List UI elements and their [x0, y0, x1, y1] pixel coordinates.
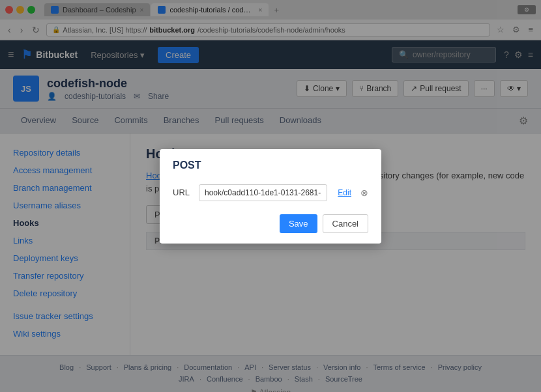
url-input-wrapper — [199, 184, 327, 201]
modal-url-field: URL Edit ⊗ — [173, 184, 368, 201]
url-input[interactable] — [199, 184, 327, 201]
modal-title: POST — [160, 149, 381, 176]
delete-icon[interactable]: ⊗ — [360, 188, 368, 198]
save-button[interactable]: Save — [280, 214, 317, 233]
post-hook-modal: POST URL Edit ⊗ Save Cancel — [160, 149, 381, 244]
edit-link[interactable]: Edit — [338, 188, 351, 197]
modal-footer: Save Cancel — [160, 214, 381, 244]
modal-overlay[interactable]: POST URL Edit ⊗ Save Cancel — [0, 0, 541, 392]
url-label: URL — [173, 188, 192, 197]
modal-body: URL Edit ⊗ — [160, 176, 381, 214]
cancel-button[interactable]: Cancel — [323, 214, 368, 233]
